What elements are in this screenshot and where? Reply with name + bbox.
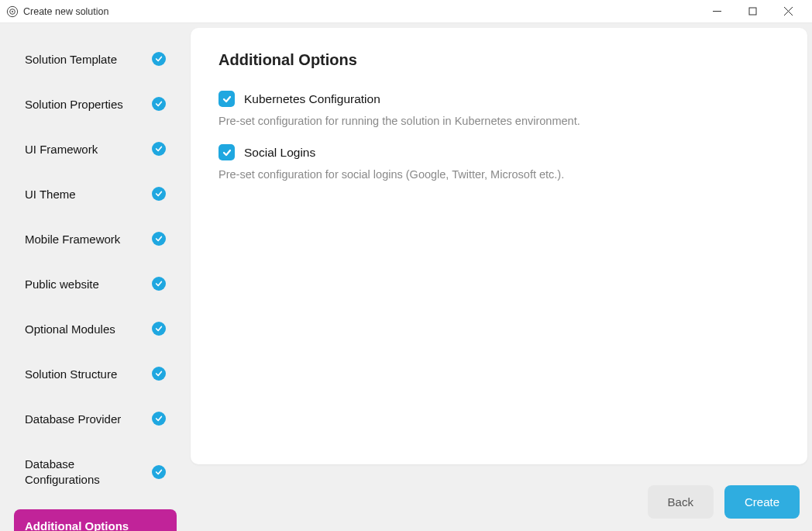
step-label: Public website: [25, 278, 99, 291]
step-database-configurations[interactable]: Database Configurations: [14, 447, 177, 498]
checkbox-kubernetes[interactable]: [218, 91, 235, 107]
step-ui-framework[interactable]: UI Framework: [14, 132, 177, 166]
check-icon: [152, 187, 166, 201]
step-label: Additional Options: [25, 519, 129, 532]
option-title: Kubernetes Configuration: [244, 92, 380, 106]
option-description: Pre-set configuration for running the so…: [218, 115, 779, 127]
minimize-button[interactable]: [699, 0, 735, 23]
step-solution-properties[interactable]: Solution Properties: [14, 87, 177, 121]
check-icon: [152, 232, 166, 246]
check-icon: [152, 142, 166, 156]
step-public-website[interactable]: Public website: [14, 267, 177, 301]
check-icon: [152, 97, 166, 111]
check-icon: [152, 465, 166, 479]
app-icon: [6, 5, 19, 18]
step-solution-structure[interactable]: Solution Structure: [14, 357, 177, 391]
check-icon: [152, 52, 166, 66]
window-title: Create new solution: [23, 6, 108, 17]
wizard-steps-list: Solution Template Solution Properties UI…: [14, 42, 177, 531]
step-label: Mobile Framework: [25, 233, 120, 246]
step-label: Solution Properties: [25, 98, 123, 111]
step-label: Database Provider: [25, 412, 121, 426]
step-ui-theme[interactable]: UI Theme: [14, 177, 177, 211]
check-icon: [152, 412, 166, 426]
step-label: UI Theme: [25, 188, 76, 201]
option-description: Pre-set configuration for social logins …: [218, 168, 779, 181]
step-label: Solution Template: [25, 53, 117, 66]
step-label: Solution Structure: [25, 367, 117, 381]
step-label: Database Configurations: [25, 457, 152, 488]
wizard-footer: Back Create: [648, 485, 800, 519]
window-controls: [699, 0, 806, 23]
back-button[interactable]: Back: [648, 485, 714, 519]
step-optional-modules[interactable]: Optional Modules: [14, 312, 177, 346]
app-body: Solution Template Solution Properties UI…: [0, 23, 812, 531]
checkbox-social-logins[interactable]: [218, 144, 235, 160]
step-database-provider[interactable]: Database Provider: [14, 402, 177, 436]
main-panel: Additional Options Kubernetes Configurat…: [191, 28, 807, 464]
maximize-button[interactable]: [735, 0, 770, 23]
check-icon: [152, 322, 166, 336]
create-button[interactable]: Create: [724, 485, 800, 519]
titlebar: Create new solution: [0, 0, 812, 23]
option-title: Social Logins: [244, 146, 315, 160]
option-kubernetes: Kubernetes Configuration Pre-set configu…: [218, 91, 779, 127]
page-title: Additional Options: [218, 51, 779, 69]
close-button[interactable]: [770, 0, 806, 23]
step-label: UI Framework: [25, 143, 98, 156]
wizard-sidebar: Solution Template Solution Properties UI…: [0, 23, 191, 531]
option-social-logins: Social Logins Pre-set configuration for …: [218, 144, 779, 181]
check-icon: [152, 367, 166, 381]
step-label: Optional Modules: [25, 322, 115, 336]
step-mobile-framework[interactable]: Mobile Framework: [14, 222, 177, 256]
svg-point-2: [12, 11, 13, 12]
step-solution-template[interactable]: Solution Template: [14, 42, 177, 76]
svg-rect-4: [749, 8, 756, 15]
step-additional-options[interactable]: Additional Options: [14, 509, 177, 532]
check-icon: [152, 277, 166, 291]
